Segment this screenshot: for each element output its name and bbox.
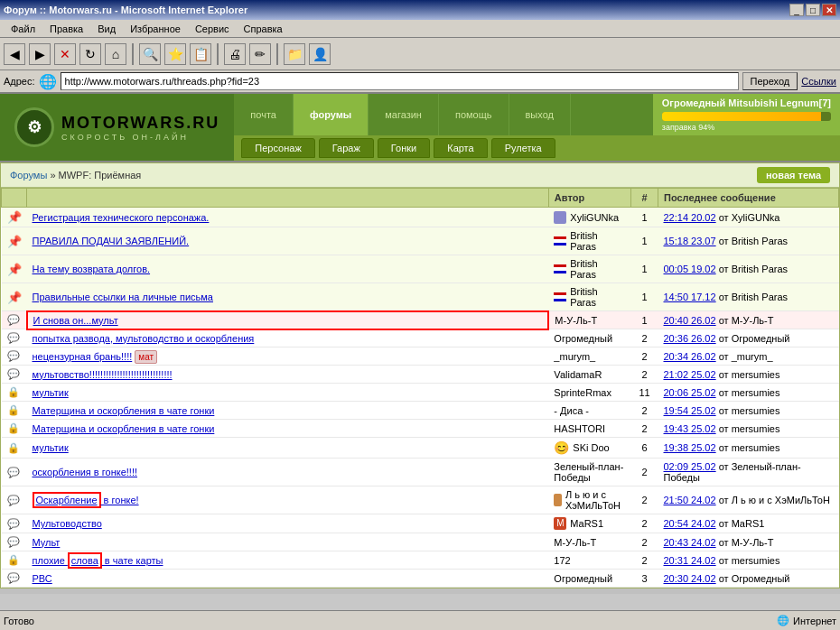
last-msg-time[interactable]: 19:54 25.02 xyxy=(664,405,716,416)
topic-link[interactable]: мультик xyxy=(33,387,69,398)
topic-link[interactable]: мультик xyxy=(33,442,69,453)
menu-tools[interactable]: Сервис xyxy=(188,23,237,34)
nav-help[interactable]: помощь xyxy=(439,94,509,135)
table-row: 🔒 плохие слова в чате карты 172 2 20:31 … xyxy=(2,551,839,570)
last-msg-time[interactable]: 15:18 23.07 xyxy=(664,236,716,246)
topic-link[interactable]: Оскарбление в гонке! xyxy=(33,492,139,508)
edit-button[interactable]: ✏ xyxy=(249,43,271,65)
new-topic-button[interactable]: новая тема xyxy=(757,167,830,183)
topic-link[interactable]: нецензурная брань!!!! xyxy=(33,351,133,362)
topic-link[interactable]: ПРАВИЛА ПОДАЧИ ЗАЯВЛЕНИЙ. xyxy=(33,236,190,246)
topic-link[interactable]: На тему возврата долгов. xyxy=(33,264,151,274)
row-title-cell: мультик xyxy=(27,384,549,402)
last-msg-time[interactable]: 20:43 24.02 xyxy=(664,537,716,548)
menu-edit[interactable]: Правка xyxy=(42,23,90,34)
row-last-msg: 15:18 23.07 от British Paras xyxy=(658,227,839,255)
nav-character[interactable]: Персонаж xyxy=(241,138,314,158)
menu-help[interactable]: Справка xyxy=(237,23,290,34)
status-ready: Готово xyxy=(4,616,34,626)
row-icon: 💬 xyxy=(2,366,27,384)
nav-map[interactable]: Карта xyxy=(434,138,487,158)
menu-file[interactable]: Файл xyxy=(4,23,42,34)
title-bar: Форум :: Motorwars.ru - Microsoft Intern… xyxy=(0,0,840,20)
topic-link[interactable]: плохие слова в чате карты xyxy=(33,552,163,569)
nav-forums[interactable]: форумы xyxy=(294,94,369,135)
menu-view[interactable]: Вид xyxy=(90,23,123,34)
search-button[interactable]: 🔍 xyxy=(139,43,161,65)
topic-link[interactable]: Матерщина и оскорбления в чате гонки xyxy=(33,405,215,416)
nav-shop[interactable]: магазин xyxy=(369,94,439,135)
address-bar: Адрес: 🌐 Переход Ссылки xyxy=(0,70,840,94)
topic-link[interactable]: Мультоводство xyxy=(33,518,102,529)
topic-link[interactable]: РВС xyxy=(33,573,52,584)
car-progress-bar xyxy=(662,112,831,121)
nav-exit[interactable]: выход xyxy=(509,94,571,135)
last-msg-time[interactable]: 14:50 17.12 xyxy=(664,292,716,302)
last-msg-time[interactable]: 19:43 25.02 xyxy=(664,423,716,434)
forward-button[interactable]: ▶ xyxy=(29,43,51,65)
row-icon: 💬 xyxy=(2,486,27,514)
history-button[interactable]: 📋 xyxy=(190,43,211,65)
row-author: М-У-Ль-Т xyxy=(548,311,630,329)
links-label[interactable]: Ссылки xyxy=(801,76,836,87)
last-msg-time[interactable]: 00:05 19.02 xyxy=(664,264,716,274)
menu-favorites[interactable]: Избранное xyxy=(123,23,188,34)
nav-roulette[interactable]: Рулетка xyxy=(491,138,555,158)
row-count: 2 xyxy=(631,347,658,366)
pin-icon: 📌 xyxy=(7,235,22,248)
author-flag xyxy=(554,236,566,246)
nav-races[interactable]: Гонки xyxy=(378,138,430,158)
site-header: ⚙ MOTORWARS.RU СКОРОСТЬ ОН-ЛАЙН почта фо… xyxy=(0,94,840,162)
last-msg-time[interactable]: 22:14 20.02 xyxy=(664,212,716,223)
go-button[interactable]: Переход xyxy=(742,72,798,90)
users-button[interactable]: 👤 xyxy=(309,43,331,65)
last-msg-time[interactable]: 20:34 26.02 xyxy=(664,351,716,362)
home-button[interactable]: ⌂ xyxy=(105,43,126,65)
topic-link[interactable]: Матерщина и оскорбления в чате гонки xyxy=(33,423,215,434)
refresh-button[interactable]: ↻ xyxy=(79,43,101,65)
favorites-button[interactable]: ⭐ xyxy=(164,43,186,65)
separator-3 xyxy=(276,43,278,65)
breadcrumb-forums[interactable]: Форумы xyxy=(10,170,47,181)
row-last-msg: 14:50 17.12 от British Paras xyxy=(658,283,839,311)
last-msg-time[interactable]: 20:54 24.02 xyxy=(664,518,716,529)
topic-link[interactable]: мультовство!!!!!!!!!!!!!!!!!!!!!!!!!!!!!… xyxy=(33,369,173,380)
nav-garage[interactable]: Гараж xyxy=(319,138,374,158)
topic-link[interactable]: Регистрация технического персонажа. xyxy=(33,212,210,223)
row-last-msg: 20:30 24.02 от Огромедный xyxy=(658,570,839,588)
breadcrumb-sep: » xyxy=(50,170,58,181)
chat-icon: 💬 xyxy=(7,314,20,325)
chat-icon: 💬 xyxy=(7,368,20,379)
table-row: 🔒 Матерщина и оскорбления в чате гонки -… xyxy=(2,402,839,420)
site-wrapper: ⚙ MOTORWARS.RU СКОРОСТЬ ОН-ЛАЙН почта фо… xyxy=(0,94,840,588)
topic-link[interactable]: Мульт xyxy=(33,537,61,548)
folder-button[interactable]: 📁 xyxy=(284,43,305,65)
last-msg-time[interactable]: 20:06 25.02 xyxy=(664,387,716,398)
author-avatar xyxy=(554,494,562,506)
last-msg-time[interactable]: 20:31 24.02 xyxy=(664,555,716,566)
last-msg-from-label: от xyxy=(719,442,729,453)
maximize-button[interactable]: □ xyxy=(806,4,820,16)
last-msg-time[interactable]: 19:38 25.02 xyxy=(664,442,716,453)
last-msg-time[interactable]: 21:50 24.02 xyxy=(664,495,716,505)
last-msg-time[interactable]: 21:02 25.02 xyxy=(664,369,716,380)
last-msg-time[interactable]: 20:36 26.02 xyxy=(664,333,716,344)
last-msg-time[interactable]: 20:30 24.02 xyxy=(664,573,716,584)
print-button[interactable]: 🖨 xyxy=(224,43,246,65)
back-button[interactable]: ◀ xyxy=(4,43,25,65)
address-input[interactable] xyxy=(61,72,739,90)
stop-button[interactable]: ✕ xyxy=(54,43,76,65)
row-author: Огромедный xyxy=(548,329,630,347)
row-count: 1 xyxy=(631,227,658,255)
minimize-button[interactable]: _ xyxy=(789,4,804,16)
last-msg-time[interactable]: 20:40 26.02 xyxy=(664,315,716,326)
topic-link[interactable]: попытка развода, мультоводство и оскорбл… xyxy=(33,333,255,344)
close-button[interactable]: ✕ xyxy=(822,4,836,16)
nav-mail[interactable]: почта xyxy=(234,94,294,135)
row-icon: 📌 xyxy=(2,255,27,283)
topic-link[interactable]: оскорбления в гонке!!!! xyxy=(33,467,138,477)
table-row: 💬 И снова он...мульт М-У-Ль-Т 1 20:40 26… xyxy=(2,311,839,329)
topic-link[interactable]: И снова он...мульт xyxy=(33,315,118,326)
topic-link[interactable]: Правильные ссылки на личные письма xyxy=(33,292,213,302)
last-msg-time[interactable]: 02:09 25.02 xyxy=(664,461,716,472)
